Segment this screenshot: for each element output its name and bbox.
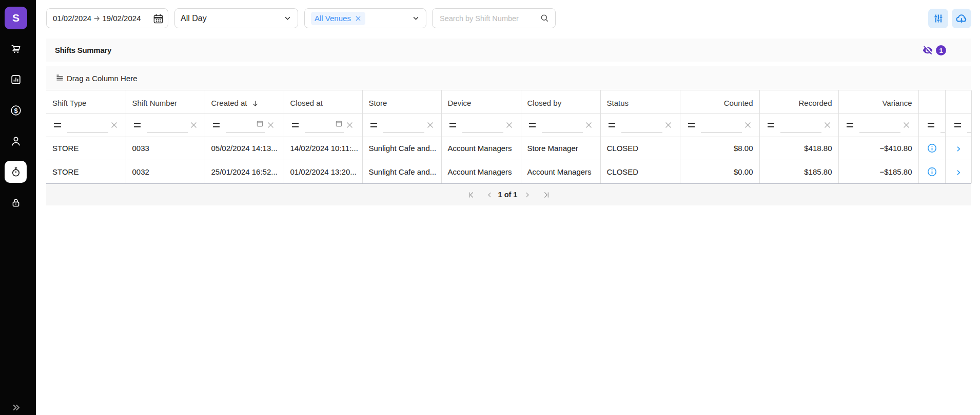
svg-text:$: $ bbox=[14, 107, 17, 115]
